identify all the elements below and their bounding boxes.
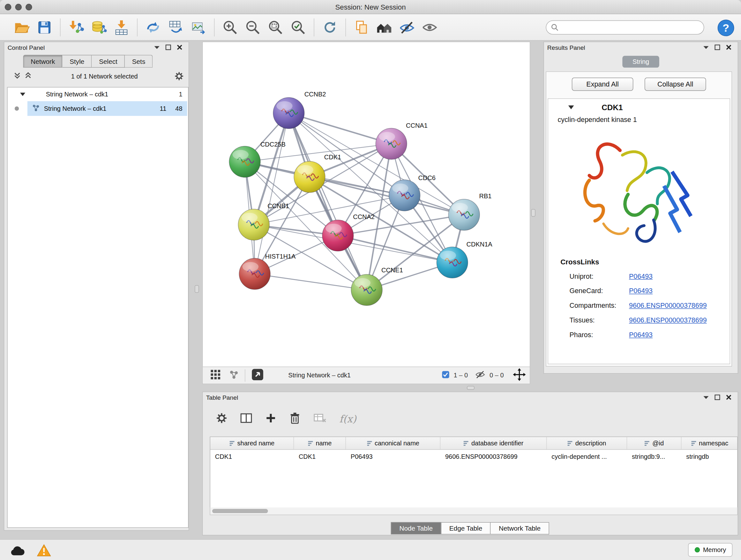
search-input[interactable] [561, 24, 704, 31]
network-view[interactable]: CCNB2CCNA1CDC25BCDK1CDC6RB1CCNB1CCNA2CDK… [202, 42, 530, 384]
node-RB1[interactable] [448, 199, 480, 231]
tab-style[interactable]: Style [63, 55, 92, 68]
apply-layout-button[interactable] [319, 16, 341, 39]
fit-content-crosshair-icon[interactable] [513, 368, 526, 383]
crosslink-link[interactable]: P06493 [629, 331, 653, 338]
zoom-out-button[interactable] [242, 16, 264, 39]
table-cell[interactable]: stringdb [681, 453, 738, 460]
scrollbar-thumb[interactable] [212, 509, 268, 513]
hidden-eye-slash-icon[interactable] [475, 370, 485, 380]
network-collection-row[interactable]: String Network – cdk1 1 [8, 87, 188, 101]
tab-edge-table[interactable]: Edge Table [441, 522, 491, 535]
gear-icon[interactable] [173, 72, 185, 80]
node-CDK1[interactable] [294, 161, 325, 192]
section-collapse-icon[interactable] [568, 103, 574, 112]
edge-CCNB2-HIST1H1A[interactable] [255, 113, 289, 274]
collapse-all-icon[interactable] [14, 71, 21, 80]
node-CDC6[interactable] [389, 180, 420, 211]
column-header-namespac[interactable]: namespac [681, 437, 738, 449]
delete-column-trash-icon[interactable] [289, 412, 300, 426]
node-CCNA1[interactable] [376, 128, 407, 159]
zoom-fit-button[interactable] [264, 16, 287, 39]
show-all-button[interactable] [418, 16, 441, 39]
network-share-icon[interactable] [229, 370, 239, 381]
table-cell[interactable]: cyclin-dependent ... [547, 453, 627, 460]
column-header-name[interactable]: name [294, 437, 346, 449]
memory-button[interactable]: Memory [688, 543, 732, 557]
node-HIST1H1A[interactable] [239, 258, 270, 290]
expand-all-button[interactable]: Expand All [572, 78, 633, 91]
edge-CCNB2-CCNE1[interactable] [289, 113, 367, 290]
help-button[interactable]: ? [717, 19, 735, 37]
column-header-description[interactable]: description [547, 437, 627, 449]
import-network-file-button[interactable] [65, 16, 87, 39]
new-network-from-table-button[interactable] [164, 16, 187, 39]
tab-network-table[interactable]: Network Table [490, 522, 549, 535]
crosslink-link[interactable]: 9606.ENSP00000378699 [629, 301, 707, 309]
table-cell[interactable]: P06493 [346, 453, 441, 460]
network-canvas[interactable]: CCNB2CCNA1CDC25BCDK1CDC6RB1CCNB1CCNA2CDK… [203, 42, 530, 367]
panel-close-icon[interactable] [174, 43, 185, 52]
crosslink-link[interactable]: P06493 [629, 272, 653, 280]
network-row[interactable]: String Network – cdk1 11 48 [8, 101, 188, 116]
panel-menu-icon[interactable] [700, 43, 712, 52]
zoom-selected-button[interactable] [287, 16, 310, 39]
table-settings-gear-icon[interactable] [216, 413, 227, 426]
column-header-database-identifier[interactable]: database identifier [441, 437, 547, 449]
node-CCNE1[interactable] [351, 274, 382, 306]
save-session-button[interactable] [33, 16, 56, 39]
panel-menu-icon[interactable] [151, 43, 163, 52]
grid-view-icon[interactable] [210, 369, 221, 381]
hide-selected-button[interactable] [395, 16, 418, 39]
splitter-handle[interactable] [467, 386, 475, 390]
table-cell[interactable]: CDK1 [294, 453, 346, 460]
annotations-button[interactable] [350, 16, 373, 39]
panel-close-icon[interactable] [723, 393, 735, 401]
tree-expand-icon[interactable] [20, 91, 25, 98]
tab-sets[interactable]: Sets [125, 55, 153, 68]
edge-CCNB2-CCNA1[interactable] [289, 113, 391, 144]
node-table[interactable]: shared namenamecanonical namedatabase id… [210, 436, 738, 515]
collapse-all-button[interactable]: Collapse All [645, 78, 706, 91]
crosslink-link[interactable]: P06493 [629, 287, 653, 294]
import-network-database-button[interactable] [87, 16, 110, 39]
zoom-in-button[interactable] [219, 16, 242, 39]
neighborhood-button[interactable] [373, 16, 395, 39]
import-table-button[interactable] [110, 16, 133, 39]
node-CCNB2[interactable] [273, 98, 305, 129]
add-column-icon[interactable] [265, 413, 277, 426]
column-header-canonical-name[interactable]: canonical name [346, 437, 441, 449]
search-box[interactable] [546, 20, 704, 35]
crosslink-link[interactable]: 9606.ENSP00000378699 [629, 316, 707, 324]
table-row[interactable]: CDK1CDK1P064939606.ENSP00000378699cyclin… [210, 450, 737, 463]
new-network-button[interactable] [142, 16, 164, 39]
column-header--id[interactable]: @id [627, 437, 681, 449]
splitter-handle[interactable] [531, 209, 535, 217]
column-header-shared-name[interactable]: shared name [210, 437, 294, 449]
warning-icon[interactable] [37, 544, 51, 559]
table-cell[interactable]: CDK1 [210, 453, 294, 460]
node-CCNB1[interactable] [238, 209, 269, 240]
panel-close-icon[interactable] [723, 43, 735, 52]
function-builder-button[interactable]: f(x) [339, 414, 356, 425]
table-cell[interactable]: stringdb:9... [627, 453, 681, 460]
panel-menu-icon[interactable] [700, 393, 712, 401]
birds-eye-view-icon[interactable] [252, 368, 264, 382]
expand-all-icon[interactable] [24, 71, 31, 80]
select-columns-icon[interactable] [240, 413, 253, 426]
splitter-handle[interactable] [195, 285, 199, 293]
export-image-button[interactable] [187, 16, 210, 39]
tab-node-table[interactable]: Node Table [391, 522, 441, 535]
panel-float-icon[interactable] [712, 393, 723, 401]
selected-checkbox-icon[interactable] [442, 371, 450, 380]
open-session-button[interactable] [10, 16, 33, 39]
edge-HIST1H1A-CCNE1[interactable] [255, 274, 367, 290]
panel-float-icon[interactable] [712, 43, 723, 52]
horizontal-scrollbar[interactable] [210, 508, 738, 515]
panel-float-icon[interactable] [162, 43, 174, 52]
node-CDKN1A[interactable] [436, 247, 468, 278]
node-CCNA2[interactable] [322, 220, 354, 251]
tab-select[interactable]: Select [92, 55, 125, 68]
table-cell[interactable]: 9606.ENSP00000378699 [441, 453, 547, 460]
tab-string[interactable]: String [622, 56, 659, 68]
